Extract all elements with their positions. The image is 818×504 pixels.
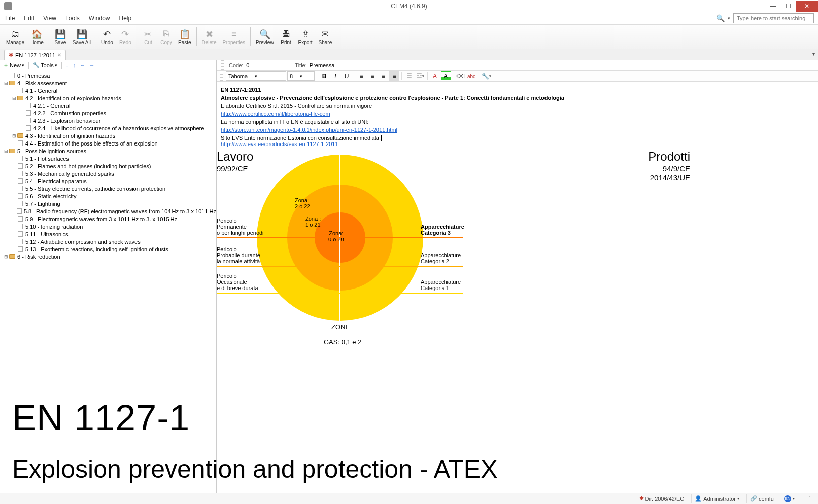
tree-toggle-icon[interactable]: ⊟	[3, 81, 9, 86]
align-center-button[interactable]: ≡	[367, 71, 377, 81]
tree-node[interactable]: 4.2.4 - Likelihood of occurrence of a ha…	[0, 124, 216, 132]
tree-node[interactable]: ⊞4.3 - Identification of ignition hazard…	[0, 132, 216, 139]
overlay-title: EN 1127-1	[12, 397, 190, 439]
tree-toggle-icon[interactable]: ⊟	[3, 149, 9, 154]
tree-node[interactable]: ⊟5 - Possible ignition sources	[0, 147, 216, 155]
tree-tools-button[interactable]: 🔧Tools ▾	[32, 62, 58, 68]
tree-node[interactable]: 5.13 - Exothermic reactions, including s…	[0, 245, 216, 253]
eraser-button[interactable]: ⌫	[455, 71, 465, 81]
folder-icon	[17, 95, 24, 101]
saveall-button[interactable]: 💾Save All	[70, 25, 94, 48]
tree-node-label: 4.2.1 - General	[33, 103, 70, 109]
menu-file[interactable]: File	[5, 15, 15, 22]
font-color-button[interactable]: A	[430, 71, 440, 81]
preview-button[interactable]: 🔍Preview	[253, 25, 277, 48]
minimize-button[interactable]: —	[766, 1, 781, 12]
menu-help[interactable]: Help	[119, 15, 132, 22]
nav-up-icon[interactable]: ↑	[72, 62, 77, 68]
nav-back-icon[interactable]: ←	[79, 62, 86, 68]
document-body[interactable]: EN 1127-1:2011 Atmosfere esplosive - Pre…	[217, 82, 818, 493]
nav-forward-icon[interactable]: →	[88, 62, 96, 68]
align-justify-button[interactable]: ≡	[389, 71, 399, 81]
tree-toggle-icon[interactable]: ⊞	[3, 254, 9, 259]
status-lang-icon[interactable]: EN▾	[781, 494, 798, 503]
document-icon	[25, 118, 32, 124]
status-user[interactable]: 👤Administrator▾	[691, 494, 742, 503]
tree-node[interactable]: 4.1 - General	[0, 87, 216, 94]
status-directive[interactable]: ✱Dir. 2006/42/EC	[636, 494, 688, 503]
share-button[interactable]: ✉Share	[316, 25, 335, 48]
folder-icon	[9, 254, 16, 260]
document-icon	[9, 73, 16, 79]
home-icon: 🏠	[31, 29, 42, 40]
tree-new-button[interactable]: ＋New ▾	[2, 61, 25, 69]
maximize-button[interactable]: ☐	[781, 1, 796, 12]
underline-button[interactable]: U	[342, 71, 352, 81]
tree-toggle-icon[interactable]: ⊟	[11, 96, 17, 101]
tree-view[interactable]: 0 - Premessa⊟4 - Risk assessment4.1 - Ge…	[0, 70, 216, 261]
tree-node[interactable]: 5.3 - Mechanically generated sparks	[0, 170, 216, 177]
search-icon[interactable]: 🔍	[716, 14, 725, 22]
status-resize-grip-icon[interactable]: ⋰	[802, 494, 814, 503]
font-size-select[interactable]: 8▾	[287, 71, 315, 81]
doc-link2[interactable]: http://store.uni.com/magento-1.4.0.1/ind…	[221, 127, 397, 133]
home-button[interactable]: 🏠Home	[27, 25, 47, 48]
doc-link3[interactable]: http://www.evs.ee/products/evs-en-1127-1…	[221, 141, 338, 147]
highlight-button[interactable]: A	[441, 71, 451, 81]
tree-node[interactable]: 5.2 - Flames and hot gases (including ho…	[0, 162, 216, 170]
tab-icon: ✱	[9, 52, 13, 58]
title-value[interactable]: Premessa	[310, 62, 335, 68]
tree-node[interactable]: 4.2.3 - Explosion behaviour	[0, 117, 216, 124]
bold-button[interactable]: B	[319, 71, 329, 81]
tree-node[interactable]: 5.12 - Adiabatic compression and shock w…	[0, 238, 216, 245]
tab-document[interactable]: ✱ EN 1127-1:2011 ✕	[4, 50, 66, 60]
tree-node[interactable]: 5.9 - Electromagnetic waves from 3 x 101…	[0, 215, 216, 223]
tree-node[interactable]: 0 - Premessa	[0, 71, 216, 79]
tree-node[interactable]: 5.1 - Hot surfaces	[0, 155, 216, 162]
document-icon	[17, 163, 24, 169]
tree-node[interactable]: 5.11 - Ultrasonics	[0, 230, 216, 238]
tree-toggle-icon[interactable]: ⊞	[11, 133, 17, 138]
align-left-button[interactable]: ≡	[356, 71, 366, 81]
doc-link1[interactable]: http://www.certifico.com/it/liberatoria-…	[221, 111, 330, 117]
bullet-list-button[interactable]: ☰	[404, 71, 414, 81]
search-dropdown-icon[interactable]: ▾	[728, 16, 730, 21]
align-right-button[interactable]: ≡	[378, 71, 388, 81]
tree-node[interactable]: 5.6 - Static electricity	[0, 192, 216, 200]
tree-node[interactable]: 5.7 - Lightning	[0, 200, 216, 207]
tab-overflow-icon[interactable]: ▾	[812, 51, 815, 57]
export-button[interactable]: ⇪Export	[295, 25, 316, 48]
menu-edit[interactable]: Edit	[24, 15, 34, 22]
tree-node[interactable]: ⊞6 - Risk reduction	[0, 253, 216, 260]
print-button[interactable]: 🖶Print	[277, 25, 295, 48]
spellcheck-button[interactable]: abc	[466, 71, 476, 81]
settings-button[interactable]: 🔧▾	[481, 71, 491, 81]
font-family-select[interactable]: Tahoma▾	[226, 71, 286, 81]
tab-close-icon[interactable]: ✕	[57, 52, 61, 58]
delete-icon: ✖	[203, 29, 215, 40]
menu-view[interactable]: View	[43, 15, 56, 22]
tree-node[interactable]: 5.8 - Radio frequency (RF) electromagnet…	[0, 207, 216, 215]
tree-node[interactable]: ⊟4.2 - Identification of explosion hazar…	[0, 94, 216, 102]
paste-button[interactable]: 📋Paste	[175, 25, 194, 48]
menu-window[interactable]: Window	[89, 15, 110, 22]
manage-button[interactable]: 🗂Manage	[3, 25, 27, 48]
code-value[interactable]: 0	[246, 62, 277, 68]
close-button[interactable]: ✕	[796, 1, 818, 12]
tree-node[interactable]: 4.4 - Estimation of the possible effects…	[0, 139, 216, 147]
italic-button[interactable]: I	[330, 71, 340, 81]
tree-node[interactable]: 5.4 - Electrical apparatus	[0, 177, 216, 185]
nav-down-icon[interactable]: ↓	[65, 62, 70, 68]
undo-icon: ↶	[102, 29, 113, 40]
search-input[interactable]	[733, 13, 814, 23]
tree-node[interactable]: ⊟4 - Risk assessment	[0, 79, 216, 87]
menu-tools[interactable]: Tools	[65, 15, 80, 22]
tree-node[interactable]: 4.2.2 - Combustion properties	[0, 109, 216, 117]
number-list-button[interactable]: ☲▾	[415, 71, 425, 81]
tree-node[interactable]: 5.10 - Ionizing radiation	[0, 223, 216, 230]
tree-node[interactable]: 4.2.1 - General	[0, 102, 216, 109]
undo-button[interactable]: ↶Undo	[98, 25, 116, 48]
status-db[interactable]: 🔗cemfu	[746, 494, 777, 503]
save-button[interactable]: 💾Save	[51, 25, 70, 48]
tree-node[interactable]: 5.5 - Stray electric currents, cathodic …	[0, 185, 216, 192]
